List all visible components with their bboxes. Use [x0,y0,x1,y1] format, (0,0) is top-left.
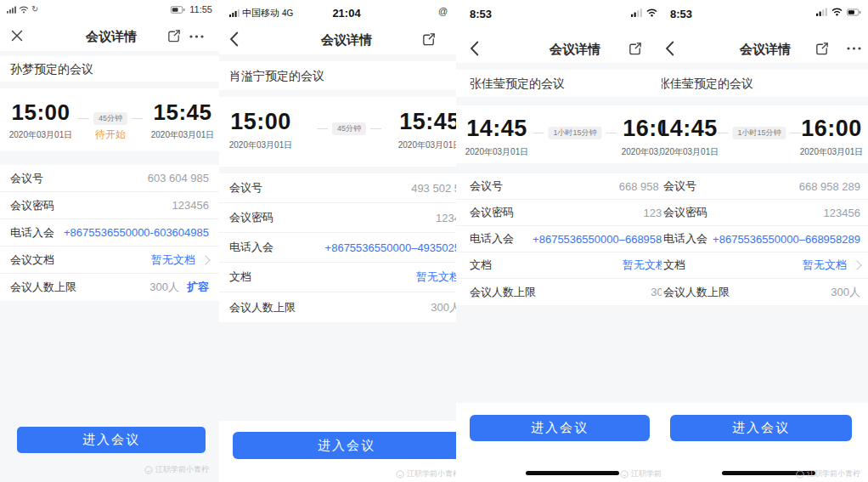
watermark-text: 江职学前小青柠 [807,468,860,479]
status-time: 8:53 [470,8,492,20]
panel3-inner: 8:53 会议详情 张佳莹预定的会议 14:45 [456,0,662,482]
row-label: 会议人数上限 [470,285,536,300]
dial-in-link[interactable]: +8675536550000–4935025 [325,241,456,254]
row-label: 会议密码 [10,198,54,213]
row-label: 会议密码 [663,205,707,220]
signal-bars-icon [631,9,642,17]
row-value: 668 958 289 [619,180,662,193]
dash-right [132,118,143,119]
duration-block: 45分钟 [78,112,143,125]
panel-meeting-detail-1: ↻ 11:55 会议详情 孙梦预定的会议 [0,0,219,482]
end-date: 2020年03月01日 [151,129,215,141]
share-icon[interactable] [814,41,830,56]
home-indicator [526,471,619,475]
row-label: 会议文档 [10,252,54,268]
row-meeting-id: 会议号 493 502 5 [219,173,456,203]
battery-icon [171,6,186,14]
status-time: 11:55 [189,4,212,14]
end-time-block: 16:00 2020年03月01日 [800,117,864,158]
share-icon[interactable] [628,41,643,56]
documents-link[interactable]: 暂无文档 [416,269,456,285]
dash-left [78,118,89,119]
watermark-text: 江职学前小青柠 [407,468,456,479]
start-time-block: 15:00 2020年03月01日 [229,111,293,151]
chevron-right-icon [200,255,210,264]
signal-bars-icon [816,8,827,16]
wifi-icon [19,6,29,14]
end-date: 2020年03月01日 [398,139,456,151]
row-password: 会议密码 123456 [0,192,219,219]
duration-badge: 1小时15分钟 [548,127,601,139]
end-date: 2020年03月01日 [800,146,864,158]
documents-value: 暂无文档 [151,252,195,268]
join-meeting-button[interactable]: 进入会议 [670,415,852,441]
share-icon[interactable] [166,28,182,43]
dash-left [533,133,544,133]
watermark-logo-icon [620,470,628,479]
meeting-name-row: 肖溢宁预定的会议 [219,61,456,90]
row-label: 会议人数上限 [663,285,730,300]
end-time-block: 16:00 2020年03月01日 [622,117,662,158]
row-value: 300人 [831,285,860,300]
row-documents[interactable]: 文档 暂无文档 [662,252,868,279]
status-right-group [816,8,861,16]
meeting-name: 肖溢宁预定的会议 [229,61,324,90]
share-icon[interactable] [421,31,437,47]
row-documents[interactable]: 会议文档 暂无文档 [0,247,219,274]
panel-meeting-detail-2: 中国移动 4G 21:04 @ 会议详情 肖溢宁预定的会议 15:00 2020… [219,0,456,482]
back-icon[interactable] [470,41,479,56]
status-right-group [631,9,657,17]
end-time: 15:45 [398,111,456,133]
meeting-name-row: 张佳莹预定的会议 [456,70,662,97]
back-icon[interactable] [229,31,239,47]
row-dial-in: 电话入会 +8675536550000–668958289 [662,226,868,252]
join-meeting-button[interactable]: 进入会议 [17,427,206,453]
documents-value: 暂无文档 [623,258,662,273]
chevron-right-icon [852,260,861,269]
page-title: 会议详情 [321,32,372,48]
row-label: 会议号 [229,180,262,196]
start-time-block: 14:45 2020年03月01日 [465,117,529,158]
row-value: 603 604 985 [148,172,209,184]
documents-link[interactable]: 暂无文档 [151,252,209,268]
more-options-icon[interactable] [847,47,861,50]
join-meeting-button[interactable]: 进入会议 [233,432,456,459]
dial-in-link[interactable]: +8675536550000-603604985 [64,226,209,239]
join-meeting-button[interactable]: 进入会议 [470,415,650,441]
wifi-icon [831,8,843,16]
row-value: 123456 [172,199,209,212]
watermark: 江职学前小青柠 [144,464,209,475]
duration-block: 1小时15分钟 [533,127,617,139]
row-value: 123456 [644,207,662,219]
row-value: 300人 [651,285,662,300]
watermark: 江职学前小青柠 [796,468,860,479]
close-icon[interactable] [11,30,23,42]
start-time-block: 14:45 2020年03月01日 [662,117,719,158]
row-label: 会议号 [10,171,43,186]
page-title: 会议详情 [550,42,600,58]
expand-capacity-link[interactable]: 扩容 [187,280,209,295]
more-options-icon[interactable] [189,35,204,38]
row-label: 会议号 [470,179,503,194]
row-value: 300人 [431,300,456,315]
row-participant-limit: 会议人数上限 300人 [219,292,456,322]
watermark-logo-icon [396,470,404,479]
row-documents[interactable]: 文档 暂无文档 [456,252,662,279]
row-documents[interactable]: 文档 暂无文档 [219,263,456,292]
duration-badge: 45分钟 [332,122,366,135]
row-label: 文档 [470,258,492,273]
row-meeting-id: 会议号 603 604 985 [0,165,219,192]
duration-block: 45分钟 [317,122,381,135]
documents-link[interactable]: 暂无文档 [623,258,662,273]
end-time: 15:45 [151,101,215,123]
dial-in-link[interactable]: +8675536550000–668958289 [713,233,860,246]
back-icon[interactable] [665,41,674,56]
end-time-block: 15:45 2020年03月01日 [398,111,456,151]
row-label: 电话入会 [229,240,273,255]
row-label: 会议密码 [470,205,514,220]
row-label: 会议号 [663,179,696,194]
end-date: 2020年03月01日 [622,146,662,158]
dial-in-link[interactable]: +8675536550000–668958289 [533,233,662,246]
documents-link[interactable]: 暂无文档 [803,258,860,273]
meeting-name-row: 孙梦预定的会议 [0,56,219,82]
